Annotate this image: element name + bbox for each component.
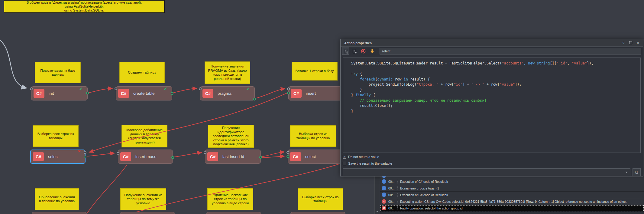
node-partial-4[interactable] (290, 212, 345, 214)
edge-entry-arrow (0, 38, 27, 88)
code-line: } (351, 87, 640, 93)
csharp-badge: C# (120, 152, 131, 161)
code-line: System.Data.SQLite.SQLiteDataReader resu… (351, 61, 640, 66)
node-select-1[interactable]: C#select✕ (30, 150, 86, 164)
node-title: init (49, 91, 54, 96)
input-port[interactable] (286, 151, 289, 154)
csharp-badge: C# (207, 152, 218, 161)
log-time: 00:... (388, 206, 396, 210)
input-port[interactable] (30, 87, 33, 90)
node-title: insert (306, 91, 316, 96)
flow-canvas[interactable]: Подключаемся к базе данныхСоздаем таблиц… (0, 0, 644, 214)
output-port[interactable] (253, 98, 256, 100)
node-last-insert-id[interactable]: C#last insert id (205, 150, 261, 164)
record-button[interactable] (360, 48, 367, 55)
action-properties-panel: Action properties ? ✕ (340, 39, 643, 176)
code-edit-button[interactable] (351, 48, 358, 55)
log-time: 00:... (388, 180, 396, 183)
success-check-icon: ✔ (79, 87, 83, 91)
success-check-icon: ✔ (164, 87, 167, 91)
code-settings-icon (343, 49, 348, 54)
log-message: Faulty operation: selectof the action gr… (397, 206, 464, 210)
csharp-badge: C# (202, 89, 213, 98)
action-name-input[interactable] (380, 48, 641, 54)
output-port[interactable] (86, 92, 89, 94)
node-title: select (48, 154, 59, 159)
csharp-badge: C# (118, 89, 129, 98)
code-settings-button[interactable] (342, 48, 349, 55)
copy-variable-button[interactable]: ⧉ (633, 168, 641, 176)
node-insert-mass[interactable]: C#insert mass (118, 150, 173, 164)
run-to-action-button[interactable] (368, 48, 376, 55)
edge-lastid-select2-b (261, 156, 284, 158)
input-port[interactable] (287, 87, 290, 90)
edge-create-pragma (173, 88, 197, 93)
output-port[interactable] (286, 155, 289, 158)
checkbox-label: Save the result to the variable (348, 162, 392, 165)
canvas-vertical-scrollbar[interactable] (374, 176, 380, 214)
save-result-option[interactable]: Save the result to the variable (343, 162, 392, 165)
node-init[interactable]: C#init✔ (31, 86, 88, 100)
csharp-badge: C# (34, 89, 44, 98)
maximize-icon (629, 41, 632, 44)
code-line: } (351, 109, 640, 114)
sticky-note-using-directives[interactable]: В общем коде в "Директивы using" прописы… (4, 0, 165, 13)
code-line: } finally { (351, 93, 640, 98)
log-time: 00:... (388, 186, 396, 190)
maximize-button[interactable] (628, 41, 633, 45)
edge-lastid-select2-a (261, 152, 284, 157)
log-row[interactable]: ✕00:...Faulty operation: selectof the ac… (380, 205, 644, 212)
do-not-return-option[interactable]: ✓ Do not return a value (343, 155, 379, 159)
help-button[interactable]: ? (621, 41, 626, 45)
node-partial-2[interactable] (120, 212, 175, 214)
error-icon: ✕ (382, 199, 386, 204)
code-editor[interactable]: System.Data.SQLite.SQLiteDataReader resu… (343, 58, 641, 153)
note-line: В общем коде в "Директивы using" прописы… (4, 1, 164, 5)
log-row[interactable]: ✕00:...Executing action CSharp OwnCode: … (380, 198, 644, 205)
log-message: Вставлено строк в базу: -1 (397, 186, 439, 190)
log-row[interactable]: i00:... Вставлено строк в базу: -1 (380, 185, 644, 192)
close-button[interactable]: ✕ (635, 41, 641, 45)
node-partial-3[interactable] (206, 212, 261, 214)
chevron-down-icon (625, 172, 628, 173)
input-port[interactable] (117, 152, 119, 155)
info-icon: i (382, 186, 386, 190)
output-port[interactable] (171, 156, 174, 159)
csharp-badge: C# (290, 152, 301, 161)
log-message: Execution of C# code of Result:ok (397, 193, 448, 197)
chevron-down-icon (376, 211, 378, 212)
record-icon (361, 48, 366, 54)
node-pragma[interactable]: C#pragma✔ (200, 86, 255, 100)
execution-log[interactable]: i i00:...Execution of C# code of Result:… (380, 176, 644, 214)
output-port[interactable] (259, 156, 262, 159)
csharp-badge: C# (291, 89, 302, 98)
log-row[interactable]: i00:...Execution of C# code of Result:ok (380, 192, 644, 198)
output-port[interactable] (287, 92, 290, 94)
error-icon: ✕ (382, 206, 386, 210)
output-port[interactable] (84, 156, 86, 158)
input-port[interactable] (115, 87, 117, 90)
panel-titlebar[interactable]: Action properties ? ✕ (341, 39, 643, 47)
variable-select[interactable] (343, 168, 630, 176)
checkbox-label: Do not return a value (348, 155, 379, 159)
input-port[interactable] (199, 87, 202, 90)
output-port[interactable] (171, 92, 173, 95)
input-port[interactable] (84, 151, 86, 154)
checkbox-unchecked-icon[interactable] (343, 162, 346, 165)
checkbox-checked-icon[interactable]: ✓ (343, 155, 346, 159)
node-title: pragma (218, 91, 231, 96)
edge-pragma-insert (254, 88, 285, 99)
edge-init-create (88, 88, 112, 93)
code-edit-icon (352, 49, 357, 54)
run-down-icon (370, 49, 375, 54)
edge-down-left (86, 165, 127, 214)
scroll-down-button[interactable] (375, 209, 380, 214)
node-partial-1[interactable] (32, 212, 87, 214)
info-icon: i (382, 179, 386, 184)
csharp-badge: C# (33, 152, 44, 161)
panel-title: Action properties (344, 41, 372, 45)
node-create-table[interactable]: C#create table✔ (116, 86, 172, 100)
log-row[interactable]: i00:...Execution of C# code of Result:ok (380, 178, 644, 185)
log-message: Executing action CSharp OwnCode: select.… (397, 200, 627, 203)
input-port[interactable] (204, 151, 206, 154)
